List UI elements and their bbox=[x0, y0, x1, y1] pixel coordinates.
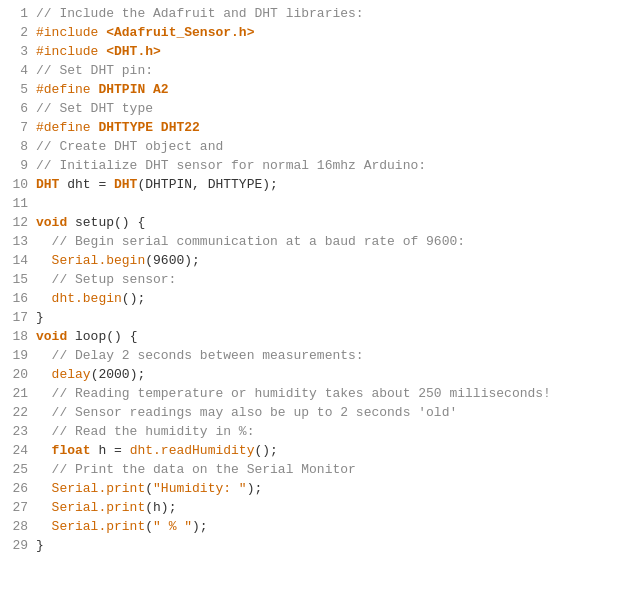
code-token bbox=[36, 367, 52, 382]
code-line: 8// Create DHT object and bbox=[0, 137, 625, 156]
line-content: // Set DHT type bbox=[36, 99, 153, 118]
line-number: 23 bbox=[4, 422, 28, 441]
code-token: // Set DHT pin: bbox=[36, 63, 153, 78]
code-line: 11 bbox=[0, 194, 625, 213]
code-token bbox=[36, 253, 52, 268]
line-number: 28 bbox=[4, 517, 28, 536]
line-number: 10 bbox=[4, 175, 28, 194]
code-line: 2#include <Adafruit_Sensor.h> bbox=[0, 23, 625, 42]
code-token: ); bbox=[247, 481, 263, 496]
code-token: // Create DHT object and bbox=[36, 139, 223, 154]
line-content: // Sensor readings may also be up to 2 s… bbox=[36, 403, 457, 422]
line-content: #define DHTPIN A2 bbox=[36, 80, 169, 99]
code-line: 5#define DHTPIN A2 bbox=[0, 80, 625, 99]
code-token: Serial.print bbox=[52, 500, 146, 515]
line-number: 27 bbox=[4, 498, 28, 517]
code-token: DHTPIN A2 bbox=[98, 82, 168, 97]
line-number: 24 bbox=[4, 441, 28, 460]
code-token: void bbox=[36, 329, 67, 344]
code-line: 4// Set DHT pin: bbox=[0, 61, 625, 80]
line-number: 25 bbox=[4, 460, 28, 479]
line-content: // Setup sensor: bbox=[36, 270, 176, 289]
code-token: DHT bbox=[36, 177, 59, 192]
code-token: #include bbox=[36, 25, 106, 40]
line-number: 29 bbox=[4, 536, 28, 555]
line-content: // Delay 2 seconds between measurements: bbox=[36, 346, 364, 365]
code-token: "Humidity: " bbox=[153, 481, 247, 496]
code-token bbox=[36, 519, 52, 534]
line-content: #include <DHT.h> bbox=[36, 42, 161, 61]
line-content: // Initialize DHT sensor for normal 16mh… bbox=[36, 156, 426, 175]
code-line: 3#include <DHT.h> bbox=[0, 42, 625, 61]
line-number: 8 bbox=[4, 137, 28, 156]
line-number: 13 bbox=[4, 232, 28, 251]
code-token: h = bbox=[91, 443, 130, 458]
code-line: 28 Serial.print(" % "); bbox=[0, 517, 625, 536]
line-content: Serial.print("Humidity: "); bbox=[36, 479, 262, 498]
code-line: 26 Serial.print("Humidity: "); bbox=[0, 479, 625, 498]
line-number: 2 bbox=[4, 23, 28, 42]
line-content: // Create DHT object and bbox=[36, 137, 223, 156]
code-token: ( bbox=[145, 481, 153, 496]
code-token: (2000); bbox=[91, 367, 146, 382]
code-token bbox=[36, 443, 52, 458]
line-content: // Include the Adafruit and DHT librarie… bbox=[36, 4, 364, 23]
code-token: Serial.print bbox=[52, 519, 146, 534]
line-content: // Begin serial communication at a baud … bbox=[36, 232, 465, 251]
code-token: <Adafruit_Sensor.h> bbox=[106, 25, 254, 40]
line-number: 1 bbox=[4, 4, 28, 23]
line-number: 26 bbox=[4, 479, 28, 498]
code-line: 23 // Read the humidity in %: bbox=[0, 422, 625, 441]
code-token bbox=[36, 291, 52, 306]
code-line: 15 // Setup sensor: bbox=[0, 270, 625, 289]
line-number: 20 bbox=[4, 365, 28, 384]
code-token: #define bbox=[36, 120, 98, 135]
code-line: 1// Include the Adafruit and DHT librari… bbox=[0, 4, 625, 23]
code-token: // Initialize DHT sensor for normal 16mh… bbox=[36, 158, 426, 173]
code-token: (h); bbox=[145, 500, 176, 515]
code-token: (); bbox=[254, 443, 277, 458]
code-line: 20 delay(2000); bbox=[0, 365, 625, 384]
line-content: // Read the humidity in %: bbox=[36, 422, 254, 441]
code-token: } bbox=[36, 310, 44, 325]
code-token: (9600); bbox=[145, 253, 200, 268]
line-content: #include <Adafruit_Sensor.h> bbox=[36, 23, 254, 42]
code-token: (DHTPIN, DHTTYPE); bbox=[137, 177, 277, 192]
line-content: delay(2000); bbox=[36, 365, 145, 384]
line-number: 11 bbox=[4, 194, 28, 213]
code-token: (); bbox=[122, 291, 145, 306]
line-number: 6 bbox=[4, 99, 28, 118]
line-content: dht.begin(); bbox=[36, 289, 145, 308]
code-token: // Read the humidity in %: bbox=[36, 424, 254, 439]
code-token: // Begin serial communication at a baud … bbox=[36, 234, 465, 249]
code-token: // Print the data on the Serial Monitor bbox=[36, 462, 356, 477]
line-number: 21 bbox=[4, 384, 28, 403]
code-line: 9// Initialize DHT sensor for normal 16m… bbox=[0, 156, 625, 175]
code-token: #define bbox=[36, 82, 98, 97]
code-token: float bbox=[52, 443, 91, 458]
code-line: 17} bbox=[0, 308, 625, 327]
code-editor: 1// Include the Adafruit and DHT librari… bbox=[0, 0, 625, 604]
line-content: Serial.print(" % "); bbox=[36, 517, 208, 536]
line-content: DHT dht = DHT(DHTPIN, DHTTYPE); bbox=[36, 175, 278, 194]
line-content: } bbox=[36, 536, 44, 555]
code-token: // Sensor readings may also be up to 2 s… bbox=[36, 405, 457, 420]
code-token: ( bbox=[145, 519, 153, 534]
code-line: 7#define DHTTYPE DHT22 bbox=[0, 118, 625, 137]
line-number: 5 bbox=[4, 80, 28, 99]
line-content: void setup() { bbox=[36, 213, 145, 232]
code-line: 22 // Sensor readings may also be up to … bbox=[0, 403, 625, 422]
code-token: Serial.begin bbox=[52, 253, 146, 268]
code-token: loop() { bbox=[67, 329, 137, 344]
code-token: // Include the Adafruit and DHT librarie… bbox=[36, 6, 364, 21]
code-line: 19 // Delay 2 seconds between measuremen… bbox=[0, 346, 625, 365]
code-token: delay bbox=[52, 367, 91, 382]
code-token: void bbox=[36, 215, 67, 230]
code-token: setup() { bbox=[67, 215, 145, 230]
code-token: Serial.print bbox=[52, 481, 146, 496]
code-token bbox=[36, 500, 52, 515]
code-line: 21 // Reading temperature or humidity ta… bbox=[0, 384, 625, 403]
line-content: } bbox=[36, 308, 44, 327]
code-token: dht.begin bbox=[52, 291, 122, 306]
line-content: Serial.begin(9600); bbox=[36, 251, 200, 270]
